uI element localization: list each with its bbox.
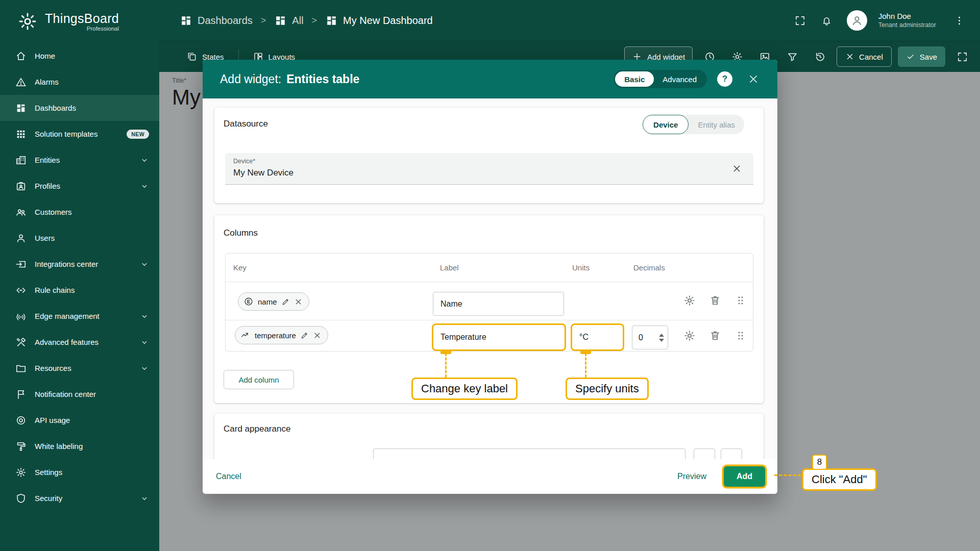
white-labeling-icon [15,441,27,452]
sidebar-item-dashboards[interactable]: Dashboards [0,95,159,121]
sidebar-item-users[interactable]: Users [0,225,159,251]
sidebar-item-white-labeling[interactable]: White labeling [0,433,159,459]
filter-icon [787,51,798,63]
sidebar-item-settings[interactable]: Settings [0,459,159,485]
sidebar-item-entities[interactable]: Entities [0,147,159,173]
save-dashboard-button[interactable]: Save [898,46,945,67]
label-input-name[interactable]: Name [433,292,564,316]
thingsboard-logo[interactable]: ThingsBoard Professional [0,0,159,43]
dialog-close-button[interactable] [743,68,764,90]
units-input[interactable]: °C [571,323,624,351]
breadcrumb-item-all[interactable]: All [274,14,303,27]
delete-column-icon[interactable] [709,294,721,307]
fullscreen-icon [794,15,806,27]
add-button[interactable]: Add [724,466,765,487]
sidebar-item-label: Dashboards [35,104,76,112]
more-menu-button[interactable] [948,10,970,31]
dialog-header: Add widget:Entities table Basic Advanced… [203,60,777,98]
column-header-key: Key [233,263,247,272]
resources-icon [15,363,27,374]
sidebar-item-home[interactable]: Home [0,43,159,69]
sidebar-item-resources[interactable]: Resources [0,355,159,381]
sidebar-item-label: Home [35,52,55,60]
decimals-stepper[interactable] [659,334,664,342]
column-settings-icon[interactable] [683,294,696,307]
chevron-down-icon [140,182,149,191]
app-edition: Professional [45,26,119,32]
fullscreen-button[interactable] [790,10,811,31]
sidebar-item-advanced-features[interactable]: Advanced features [0,329,159,355]
preview-button[interactable]: Preview [677,472,706,481]
column-settings-icon[interactable] [683,330,696,342]
rule-chains-icon [15,285,27,296]
device-field[interactable]: Device* My New Device [225,153,753,185]
sidebar-item-label: Solution templates [35,130,97,138]
top-header: Dashboards > All > My New Dashboard John… [159,0,980,41]
remove-key-icon[interactable] [313,331,322,340]
sidebar-item-customers[interactable]: Customers [0,199,159,225]
sidebar: ThingsBoard Professional HomeAlarmsDashb… [0,0,159,551]
avatar[interactable] [847,10,867,31]
drag-handle-icon[interactable] [734,294,747,307]
stepper-up-icon[interactable] [659,334,664,337]
dialog-body: Datasource Device Entity alias Device* M… [203,98,777,459]
delete-column-icon[interactable] [709,330,721,342]
sidebar-item-solution-templates[interactable]: Solution templatesNEW [0,121,159,147]
key-chip-temperature[interactable]: temperature [235,326,328,344]
clear-device-button[interactable] [728,160,745,178]
notifications-button[interactable] [816,10,838,31]
toggle-device[interactable]: Device [643,115,689,134]
card-appearance-option[interactable] [721,448,742,459]
key-chip-name[interactable]: name [238,292,309,311]
callout-connector-line [585,353,586,378]
card-appearance-heading: Card appearance [224,424,290,434]
sidebar-nav: HomeAlarmsDashboardsSolution templatesNE… [0,43,159,511]
sidebar-item-edge-management[interactable]: Edge management [0,303,159,329]
card-appearance-card: Card appearance [214,414,764,459]
toggle-entity-alias[interactable]: Entity alias [689,120,744,129]
decimals-input[interactable]: 0 [632,325,668,349]
column-header-label: Label [440,263,459,272]
breadcrumb-item-current-dashboard[interactable]: My New Dashboard [325,14,433,27]
card-appearance-option[interactable] [694,448,715,459]
sidebar-item-label: Security [35,494,62,503]
sidebar-item-profiles[interactable]: Profiles [0,173,159,199]
label-input-temperature[interactable]: Temperature [432,323,566,351]
edit-key-icon[interactable] [300,331,309,340]
breadcrumb-item-dashboards[interactable]: Dashboards [180,14,253,27]
tab-basic[interactable]: Basic [615,71,654,87]
cancel-edit-button[interactable]: Cancel [837,46,892,67]
tab-advanced[interactable]: Advanced [654,75,705,84]
dialog-title: Add widget:Entities table [220,72,359,86]
filters-button[interactable] [781,46,803,67]
user-name: John Doe [878,12,936,21]
alarm-icon [15,77,27,88]
sidebar-item-label: Notification center [35,390,96,398]
sidebar-item-api-usage[interactable]: API usage [0,407,159,433]
edit-key-icon[interactable] [281,297,290,306]
user-menu[interactable]: John Doe Tenant administrator [878,12,936,29]
sidebar-item-rule-chains[interactable]: Rule chains [0,277,159,303]
version-history-button[interactable] [809,46,830,67]
dashboards-icon [15,103,27,114]
notification-icon [15,389,27,400]
add-column-button[interactable]: Add column [224,370,294,389]
sidebar-item-integrations-center[interactable]: Integrations center [0,251,159,277]
dialog-title-prefix: Add widget: [220,72,281,86]
card-appearance-input[interactable] [373,448,685,459]
fullscreen-icon [957,51,968,63]
sidebar-item-security[interactable]: Security [0,485,159,511]
stepper-down-icon[interactable] [659,339,664,342]
expand-button[interactable] [951,46,973,67]
sidebar-item-notification-center[interactable]: Notification center [0,381,159,407]
callout-connector-line [774,474,801,476]
dialog-cancel-button[interactable]: Cancel [216,472,241,481]
remove-key-icon[interactable] [294,297,303,306]
sidebar-item-label: API usage [35,416,70,424]
drag-handle-icon[interactable] [734,330,747,342]
key-chip-label: temperature [255,331,296,340]
sidebar-item-alarms[interactable]: Alarms [0,69,159,95]
dialog-footer: Cancel Preview Add [203,459,777,494]
help-button[interactable]: ? [717,71,732,87]
sidebar-item-label: Customers [35,208,72,216]
